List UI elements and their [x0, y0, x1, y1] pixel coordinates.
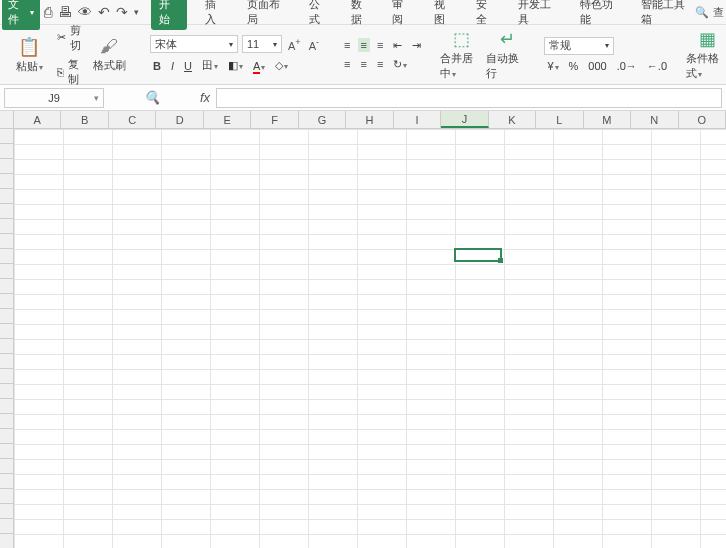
tab-home[interactable]: 开始	[151, 0, 187, 30]
row-header[interactable]	[0, 339, 13, 354]
font-color-button[interactable]: A	[250, 59, 268, 73]
clear-format-button[interactable]: ◇	[272, 58, 291, 73]
row-header[interactable]	[0, 204, 13, 219]
column-header-O[interactable]: O	[679, 111, 726, 128]
merge-center-button[interactable]: ⬚ 合并居中	[440, 28, 482, 81]
tab-view[interactable]: 视图	[430, 0, 458, 30]
redo-icon[interactable]: ↷	[116, 4, 128, 20]
row-header[interactable]	[0, 399, 13, 414]
copy-button[interactable]: ⎘ 复制	[54, 56, 84, 88]
row-header[interactable]	[0, 504, 13, 519]
increase-font-button[interactable]: A+	[286, 37, 303, 52]
column-header-C[interactable]: C	[109, 111, 156, 128]
font-size-combo[interactable]: 11▾	[242, 35, 282, 53]
format-painter-button[interactable]: 🖌 格式刷	[88, 36, 130, 73]
tab-page-layout[interactable]: 页面布局	[243, 0, 291, 30]
column-header-H[interactable]: H	[346, 111, 393, 128]
column-header-N[interactable]: N	[631, 111, 678, 128]
wrap-text-button[interactable]: ↵ 自动换行	[486, 28, 528, 81]
orientation-button[interactable]: ↻	[390, 57, 410, 72]
tab-special[interactable]: 特色功能	[576, 0, 624, 30]
row-header[interactable]	[0, 429, 13, 444]
select-all-corner[interactable]	[0, 111, 14, 129]
row-header[interactable]	[0, 144, 13, 159]
row-header[interactable]	[0, 279, 13, 294]
font-name-combo[interactable]: 宋体▾	[150, 35, 238, 53]
row-header[interactable]	[0, 234, 13, 249]
column-header-J[interactable]: J	[441, 111, 488, 128]
row-header[interactable]	[0, 219, 13, 234]
fill-color-button[interactable]: ◧	[225, 58, 246, 73]
fx-icon[interactable]: 🔍	[144, 90, 160, 105]
column-header-F[interactable]: F	[251, 111, 298, 128]
tab-security[interactable]: 安全	[472, 0, 500, 30]
tab-insert[interactable]: 插入	[201, 0, 229, 30]
tab-review[interactable]: 审阅	[388, 0, 416, 30]
align-middle-button[interactable]: ≡	[358, 38, 370, 52]
formula-input[interactable]	[216, 88, 722, 108]
increase-decimal-button[interactable]: .0→	[614, 59, 640, 73]
tab-formulas[interactable]: 公式	[305, 0, 333, 30]
row-header[interactable]	[0, 129, 13, 144]
row-header[interactable]	[0, 519, 13, 534]
undo-icon[interactable]: ↶	[98, 4, 110, 20]
column-header-L[interactable]: L	[536, 111, 583, 128]
row-header[interactable]	[0, 534, 13, 548]
row-header[interactable]	[0, 264, 13, 279]
row-header[interactable]	[0, 489, 13, 504]
row-header[interactable]	[0, 159, 13, 174]
paste-button[interactable]: 📋 粘贴	[8, 36, 50, 74]
cell-grid[interactable]	[14, 129, 726, 548]
align-bottom-button[interactable]: ≡	[374, 38, 386, 52]
align-left-button[interactable]: ≡	[341, 57, 353, 71]
column-header-B[interactable]: B	[61, 111, 108, 128]
fx-label[interactable]: fx	[200, 90, 210, 105]
tab-data[interactable]: 数据	[347, 0, 375, 30]
number-format-combo[interactable]: 常规▾	[544, 37, 614, 55]
column-header-D[interactable]: D	[156, 111, 203, 128]
name-box[interactable]: J9 ▾	[4, 88, 104, 108]
print-icon[interactable]: 🖶	[58, 4, 72, 20]
row-header[interactable]	[0, 459, 13, 474]
currency-button[interactable]: ¥	[544, 59, 561, 73]
row-header[interactable]	[0, 294, 13, 309]
row-header[interactable]	[0, 384, 13, 399]
percent-button[interactable]: %	[566, 59, 582, 73]
decrease-decimal-button[interactable]: ←.0	[644, 59, 670, 73]
underline-button[interactable]: U	[181, 59, 195, 73]
decrease-font-button[interactable]: A-	[307, 37, 321, 52]
increase-indent-button[interactable]: ⇥	[409, 38, 424, 53]
row-header[interactable]	[0, 249, 13, 264]
column-header-I[interactable]: I	[394, 111, 441, 128]
italic-button[interactable]: I	[168, 59, 177, 73]
row-header[interactable]	[0, 414, 13, 429]
align-right-button[interactable]: ≡	[374, 57, 386, 71]
row-header[interactable]	[0, 474, 13, 489]
decrease-indent-button[interactable]: ⇤	[390, 38, 405, 53]
row-header[interactable]	[0, 354, 13, 369]
tab-developer[interactable]: 开发工具	[514, 0, 562, 30]
bold-button[interactable]: B	[150, 59, 164, 73]
comma-button[interactable]: 000	[585, 59, 609, 73]
qat-more-icon[interactable]: ▾	[134, 7, 139, 17]
tab-smart-toolbox[interactable]: 智能工具箱	[637, 0, 695, 30]
border-button[interactable]: 田	[199, 57, 221, 74]
align-center-button[interactable]: ≡	[358, 57, 370, 71]
column-header-A[interactable]: A	[14, 111, 61, 128]
column-header-E[interactable]: E	[204, 111, 251, 128]
row-header[interactable]	[0, 324, 13, 339]
row-header[interactable]	[0, 444, 13, 459]
search-icon[interactable]: 🔍	[695, 6, 709, 19]
row-header[interactable]	[0, 174, 13, 189]
cut-button[interactable]: ✂ 剪切	[54, 22, 84, 54]
save-icon[interactable]: ⎙	[44, 4, 52, 20]
column-header-M[interactable]: M	[584, 111, 631, 128]
column-header-G[interactable]: G	[299, 111, 346, 128]
row-header[interactable]	[0, 189, 13, 204]
conditional-format-button[interactable]: ▦ 条件格式	[686, 28, 726, 81]
align-top-button[interactable]: ≡	[341, 38, 353, 52]
row-header[interactable]	[0, 309, 13, 324]
row-header[interactable]	[0, 369, 13, 384]
file-menu-button[interactable]: 文件 ▾	[2, 0, 40, 30]
preview-icon[interactable]: 👁	[78, 4, 92, 20]
